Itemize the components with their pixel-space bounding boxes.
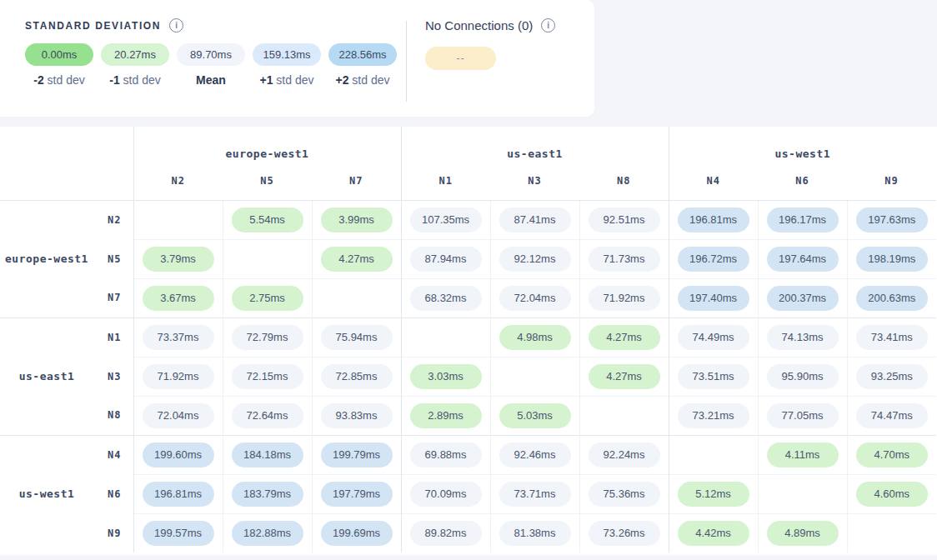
latency-pill[interactable]: 95.90ms (767, 364, 839, 389)
latency-pill[interactable]: 72.04ms (143, 403, 214, 428)
info-icon[interactable]: i (541, 18, 555, 32)
latency-cell: 89.82ms (401, 513, 490, 552)
latency-pill[interactable]: 72.04ms (499, 286, 571, 311)
latency-cell: 72.79ms (223, 318, 312, 357)
latency-pill[interactable]: 199.69ms (321, 521, 393, 546)
latency-pill[interactable]: 4.70ms (856, 442, 928, 468)
latency-cell: 77.05ms (758, 396, 847, 435)
latency-pill[interactable]: 92.46ms (499, 442, 571, 468)
row-group: us-west1N4199.60ms184.18ms199.79ms69.88m… (0, 435, 936, 552)
latency-cell: 72.64ms (223, 396, 312, 435)
latency-pill[interactable]: 74.13ms (767, 325, 839, 350)
std-dev-title: STANDARD DEVIATION (25, 20, 161, 32)
table-row: N53.79ms4.27ms87.94ms92.12ms71.73ms196.7… (0, 239, 936, 278)
latency-pill[interactable]: 197.64ms (767, 247, 839, 272)
latency-pill[interactable]: 93.83ms (321, 403, 393, 428)
latency-pill[interactable]: 5.54ms (232, 208, 303, 232)
latency-pill[interactable]: 73.51ms (678, 364, 749, 389)
latency-cell: 72.85ms (312, 357, 401, 396)
latency-pill[interactable]: 198.19ms (856, 247, 928, 272)
latency-pill[interactable]: 197.79ms (321, 482, 393, 507)
latency-pill[interactable]: 70.09ms (410, 482, 482, 507)
latency-pill[interactable]: 87.41ms (499, 208, 571, 232)
latency-pill[interactable]: 74.47ms (856, 403, 928, 428)
info-icon[interactable]: i (169, 18, 183, 32)
latency-cell: 107.35ms (401, 200, 490, 239)
latency-cell: 4.60ms (847, 474, 936, 513)
latency-pill[interactable]: 71.92ms (143, 364, 214, 389)
latency-pill[interactable]: 4.27ms (589, 325, 660, 350)
latency-pill[interactable]: 74.49ms (678, 325, 749, 350)
corner-cell (0, 162, 133, 200)
latency-pill[interactable]: 75.94ms (321, 325, 393, 350)
latency-pill[interactable]: 81.38ms (499, 521, 571, 546)
latency-cell: 3.67ms (133, 278, 223, 318)
column-node-header: N3 (490, 162, 579, 200)
legend-pill-minus2: 0.00ms (25, 43, 93, 66)
latency-cell: 73.71ms (490, 474, 579, 513)
latency-pill[interactable]: 199.57ms (143, 521, 214, 546)
latency-pill[interactable]: 4.42ms (678, 521, 749, 546)
latency-pill[interactable]: 71.92ms (589, 286, 660, 311)
latency-pill[interactable]: 69.88ms (410, 442, 482, 468)
latency-cell: 73.37ms (133, 318, 223, 357)
latency-pill[interactable]: 4.27ms (589, 364, 660, 389)
latency-pill[interactable]: 87.94ms (410, 247, 482, 272)
latency-pill[interactable]: 200.37ms (767, 286, 839, 311)
latency-pill[interactable]: 72.85ms (321, 364, 393, 389)
latency-pill[interactable]: 2.75ms (232, 286, 303, 311)
latency-pill[interactable]: 73.71ms (499, 482, 571, 507)
latency-pill[interactable]: 183.79ms (232, 482, 303, 507)
latency-pill[interactable]: 72.64ms (232, 403, 303, 428)
latency-pill[interactable]: 2.89ms (410, 403, 482, 428)
legend-pill-mean: 89.70ms (177, 43, 245, 66)
latency-pill[interactable]: 4.98ms (499, 325, 571, 350)
latency-pill[interactable]: 3.79ms (143, 247, 214, 272)
latency-pill[interactable]: 92.24ms (589, 442, 660, 468)
latency-pill[interactable]: 73.21ms (678, 403, 749, 428)
latency-pill[interactable]: 197.63ms (856, 208, 928, 232)
latency-cell: 199.69ms (312, 513, 401, 552)
latency-pill[interactable]: 107.35ms (410, 208, 482, 232)
latency-pill[interactable]: 196.81ms (678, 208, 749, 232)
latency-pill[interactable]: 4.60ms (856, 482, 928, 507)
latency-pill[interactable]: 4.11ms (767, 442, 839, 468)
latency-pill[interactable]: 4.27ms (321, 247, 393, 272)
latency-pill[interactable]: 196.72ms (678, 247, 749, 272)
latency-pill[interactable]: 73.26ms (589, 521, 660, 546)
latency-cell: 196.72ms (669, 239, 758, 278)
latency-pill[interactable]: 3.67ms (143, 286, 214, 311)
latency-pill[interactable]: 92.51ms (589, 208, 660, 232)
latency-pill[interactable]: 93.25ms (856, 364, 928, 389)
latency-pill[interactable]: 197.40ms (678, 286, 749, 311)
latency-cell: 200.37ms (758, 278, 847, 318)
latency-pill[interactable]: 199.79ms (321, 442, 393, 468)
latency-pill[interactable]: 71.73ms (589, 247, 660, 272)
latency-pill[interactable]: 92.12ms (499, 247, 571, 272)
latency-pill[interactable]: 5.12ms (678, 482, 749, 507)
latency-pill[interactable]: 77.05ms (767, 403, 839, 428)
latency-cell: 75.94ms (312, 318, 401, 357)
latency-cell: 87.41ms (490, 200, 579, 239)
latency-pill[interactable]: 184.18ms (232, 442, 303, 468)
latency-pill[interactable]: 4.89ms (767, 521, 839, 546)
latency-pill[interactable]: 182.88ms (232, 521, 303, 546)
latency-pill[interactable]: 196.17ms (767, 208, 839, 232)
latency-pill[interactable]: 3.03ms (410, 364, 482, 389)
latency-pill[interactable]: 68.32ms (410, 286, 482, 311)
latency-pill[interactable]: 200.63ms (856, 286, 928, 311)
matrix-table: europe-west1us-east1us-west1N2N5N7N1N3N8… (0, 127, 936, 552)
latency-cell: 73.41ms (847, 318, 936, 357)
latency-pill[interactable]: 3.99ms (321, 208, 393, 232)
latency-cell: 5.54ms (223, 200, 312, 239)
latency-pill[interactable]: 72.15ms (232, 364, 303, 389)
latency-pill[interactable]: 89.82ms (410, 521, 482, 546)
legend-label-plus1: +1 std dev (253, 73, 321, 87)
latency-pill[interactable]: 199.60ms (143, 442, 214, 468)
latency-pill[interactable]: 5.03ms (499, 403, 571, 428)
latency-pill[interactable]: 73.37ms (143, 325, 214, 350)
latency-pill[interactable]: 196.81ms (143, 482, 214, 507)
latency-pill[interactable]: 73.41ms (856, 325, 928, 350)
latency-pill[interactable]: 72.79ms (232, 325, 303, 350)
latency-pill[interactable]: 75.36ms (589, 482, 660, 507)
